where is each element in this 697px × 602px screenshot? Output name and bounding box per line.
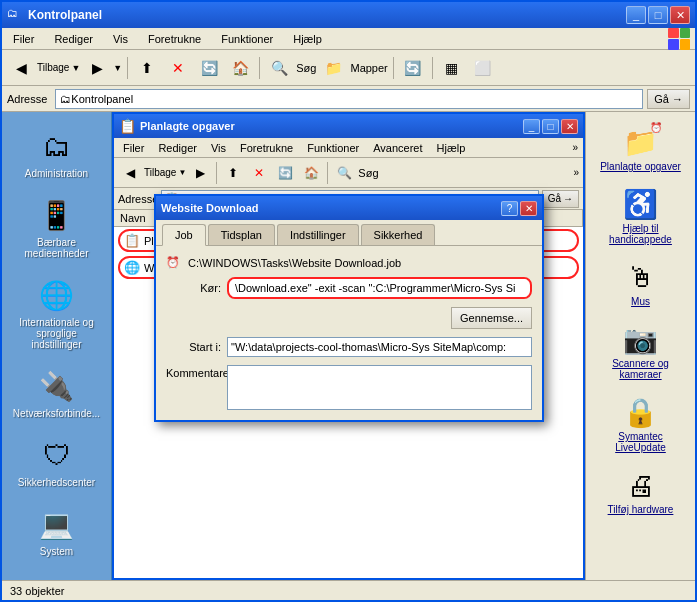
go-button[interactable]: Gå → <box>647 89 690 109</box>
comment-row: Kommentarer: <box>166 365 532 410</box>
planned-tasks-right-label[interactable]: Planlagte opgaver <box>600 161 681 172</box>
sidebar-administration-label: Administration <box>25 168 88 179</box>
inner-menu-filer[interactable]: Filer <box>119 141 148 155</box>
main-menu-bar: Filer Rediger Vis Foretrukne Funktioner … <box>2 28 695 50</box>
comment-label: Kommentarer: <box>166 365 221 379</box>
inner-close-button[interactable]: ✕ <box>561 119 578 134</box>
main-title-bar: 🗂 Kontrolpanel _ □ ✕ <box>2 2 695 28</box>
menu-foretrukne[interactable]: Foretrukne <box>142 31 207 47</box>
right-item-planned-tasks[interactable]: 📁 ⏰ Planlagte opgaver <box>591 122 690 176</box>
plan-new-icon: 📋 <box>124 233 140 248</box>
dialog-close-button[interactable]: ✕ <box>520 201 537 216</box>
inner-home-button[interactable]: 🏠 <box>299 161 323 185</box>
tab-indstillinger[interactable]: Indstillinger <box>277 224 359 245</box>
inner-search-button[interactable]: 🔍 <box>332 161 356 185</box>
search-button[interactable]: 🔍 <box>265 54 293 82</box>
network-icon: 🔌 <box>37 366 77 406</box>
scanners-label[interactable]: Scannere og kameraer <box>595 358 686 380</box>
sidebar-item-security[interactable]: 🛡 Sikkerhedscenter <box>7 431 106 492</box>
search-label: Søg <box>296 62 316 74</box>
inner-go-button[interactable]: Gå → <box>542 190 579 208</box>
inner-refresh-button[interactable]: 🔄 <box>273 161 297 185</box>
menu-funktioner[interactable]: Funktioner <box>215 31 279 47</box>
sidebar-portable-label: Bærbare medieenheder <box>11 237 102 259</box>
status-bar: 33 objekter <box>2 580 695 600</box>
right-item-symantec[interactable]: 🔒 Symantec LiveUpdate <box>591 392 690 457</box>
address-field[interactable]: 🗂 Kontrolpanel <box>55 89 643 109</box>
refresh2-button[interactable]: 🔄 <box>399 54 427 82</box>
right-item-mouse[interactable]: 🖱 Mus <box>591 257 690 311</box>
sidebar-item-international[interactable]: 🌐 Internationale og sproglige indstillin… <box>7 271 106 354</box>
start-label: Start i: <box>166 341 221 353</box>
run-label: Kør: <box>166 282 221 294</box>
inner-menu-foretrukne[interactable]: Foretrukne <box>236 141 297 155</box>
close-button[interactable]: ✕ <box>670 6 690 24</box>
inner-overflow[interactable]: » <box>573 167 579 178</box>
menu-rediger[interactable]: Rediger <box>48 31 99 47</box>
tab-tidsplan[interactable]: Tidsplan <box>208 224 275 245</box>
inner-forward-button[interactable]: ▶ <box>188 161 212 185</box>
folders-button[interactable]: 📁 <box>319 54 347 82</box>
stop-button[interactable]: ✕ <box>164 54 192 82</box>
sidebar-item-system[interactable]: 💻 System <box>7 500 106 561</box>
dialog-title-buttons: ? ✕ <box>501 201 537 216</box>
inner-stop-button[interactable]: ✕ <box>247 161 271 185</box>
overflow-button[interactable]: » <box>572 142 578 153</box>
tab-job[interactable]: Job <box>162 224 206 246</box>
tab-sikkerhed[interactable]: Sikkerhed <box>361 224 436 245</box>
view2-button[interactable]: ⬜ <box>469 54 497 82</box>
forward-button[interactable]: ▶ <box>83 54 111 82</box>
browse-button[interactable]: Gennemse... <box>451 307 532 329</box>
menu-hjaelp[interactable]: Hjælp <box>287 31 328 47</box>
maximize-button[interactable]: □ <box>648 6 668 24</box>
inner-menu-vis[interactable]: Vis <box>207 141 230 155</box>
start-input[interactable] <box>227 337 532 357</box>
file-path-value: C:\WINDOWS\Tasks\Website Download.job <box>188 257 401 269</box>
inner-menu-avanceret[interactable]: Avanceret <box>369 141 426 155</box>
comment-textarea[interactable] <box>227 365 532 410</box>
back-label[interactable]: Tilbage <box>37 62 69 73</box>
back-dropdown[interactable]: ▼ <box>71 63 80 73</box>
view-button[interactable]: ▦ <box>438 54 466 82</box>
up-button[interactable]: ⬆ <box>133 54 161 82</box>
dialog-title-bar: Website Download ? ✕ <box>156 196 542 220</box>
right-item-accessibility[interactable]: ♿ Hjælp til handicappede <box>591 184 690 249</box>
inner-menu-hjaelp[interactable]: Hjælp <box>433 141 470 155</box>
right-item-add-hardware[interactable]: 🖨 Tilføj hardware <box>591 465 690 519</box>
accessibility-label[interactable]: Hjælp til handicappede <box>595 223 686 245</box>
add-hardware-label[interactable]: Tilføj hardware <box>608 504 674 515</box>
minimize-button[interactable]: _ <box>626 6 646 24</box>
inner-menu-funktioner[interactable]: Funktioner <box>303 141 363 155</box>
planned-tasks-right-icon-wrap: 📁 ⏰ <box>623 126 658 159</box>
inner-address-label: Adresse <box>118 193 158 205</box>
home-button[interactable]: 🏠 <box>226 54 254 82</box>
file-path-row: ⏰ C:\WINDOWS\Tasks\Website Download.job <box>166 256 532 269</box>
inner-back-label: Tilbage <box>144 167 176 178</box>
menu-vis[interactable]: Vis <box>107 31 134 47</box>
symantec-label[interactable]: Symantec LiveUpdate <box>595 431 686 453</box>
inner-up-button[interactable]: ⬆ <box>221 161 245 185</box>
mouse-label[interactable]: Mus <box>631 296 650 307</box>
sidebar-item-network[interactable]: 🔌 Netværksforbinde... <box>7 362 106 423</box>
inner-back-dropdown[interactable]: ▼ <box>178 168 186 177</box>
inner-go-arrow: → <box>563 193 573 204</box>
inner-back-button[interactable]: ◀ <box>118 161 142 185</box>
refresh-button[interactable]: 🔄 <box>195 54 223 82</box>
dialog-help-button[interactable]: ? <box>501 201 518 216</box>
sidebar-item-administration[interactable]: 🗂 Administration <box>7 122 106 183</box>
title-bar-buttons: _ □ ✕ <box>626 6 690 24</box>
scanners-icon: 📷 <box>623 323 658 356</box>
back-button[interactable]: ◀ <box>7 54 35 82</box>
clock-badge-icon: ⏰ <box>650 122 662 133</box>
menu-filer[interactable]: Filer <box>7 31 40 47</box>
inner-maximize-button[interactable]: □ <box>542 119 559 134</box>
sidebar-item-portable-media[interactable]: 📱 Bærbare medieenheder <box>7 191 106 263</box>
address-label: Adresse <box>7 93 47 105</box>
go-label: Gå <box>654 93 669 105</box>
planned-tasks-toolbar: ◀ Tilbage ▼ ▶ ⬆ ✕ 🔄 🏠 🔍 Søg » <box>114 158 583 188</box>
inner-minimize-button[interactable]: _ <box>523 119 540 134</box>
right-item-scanners[interactable]: 📷 Scannere og kameraer <box>591 319 690 384</box>
inner-menu-rediger[interactable]: Rediger <box>154 141 201 155</box>
forward-dropdown[interactable]: ▼ <box>113 63 122 73</box>
run-input[interactable] <box>232 278 527 298</box>
